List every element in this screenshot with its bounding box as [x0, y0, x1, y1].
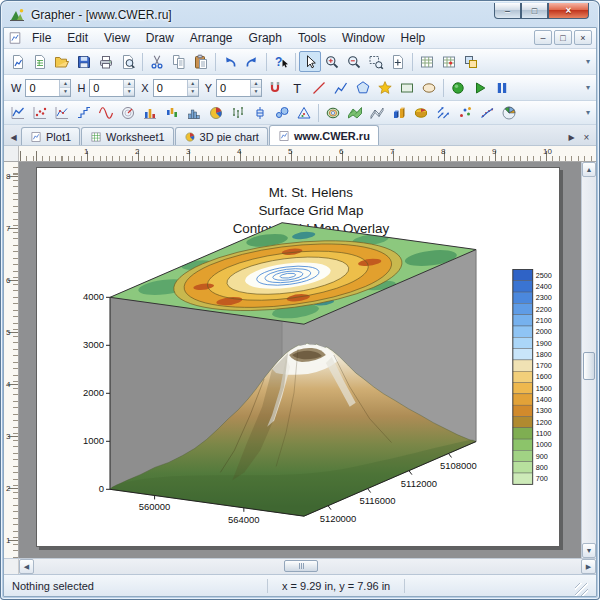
menu-file[interactable]: File [24, 29, 59, 47]
x-position-field[interactable]: 0▲▼ [153, 79, 199, 97]
pointer-button[interactable] [299, 51, 321, 72]
print-button[interactable] [95, 51, 117, 72]
cut-button[interactable] [146, 51, 168, 72]
class-scatter-button[interactable] [454, 102, 476, 123]
fit-curve-button[interactable] [476, 102, 498, 123]
tab-worksheet1[interactable]: Worksheet1 [81, 127, 174, 145]
bar-chart-button[interactable] [139, 102, 161, 123]
line-graph-button[interactable] [7, 102, 29, 123]
polyline-tool-button[interactable] [330, 77, 352, 98]
width-field-spinner[interactable]: ▲▼ [59, 80, 70, 96]
pie-chart-button[interactable] [205, 102, 227, 123]
mdi-close-button[interactable]: × [574, 30, 592, 45]
menu-view[interactable]: View [96, 29, 138, 47]
tab-scroll-left-button[interactable]: ◀ [6, 129, 21, 145]
paste-button[interactable] [190, 51, 212, 72]
resize-grip[interactable] [575, 583, 588, 596]
polygon-tool-button[interactable] [352, 77, 374, 98]
vertical-scrollbar[interactable]: ▲ ▼ [581, 162, 596, 558]
scatter-plot-button[interactable] [29, 102, 51, 123]
horizontal-scrollbar[interactable]: ◀ ▶ [19, 559, 596, 574]
surface-3d-button[interactable] [344, 102, 366, 123]
menu-arrange[interactable]: Arrange [182, 29, 241, 47]
grid-snap-button[interactable] [438, 51, 460, 72]
text-tool-button[interactable]: T [286, 77, 308, 98]
menu-graph[interactable]: Graph [241, 29, 290, 47]
titlebar[interactable]: Grapher - [www.CWER.ru] – □ × [3, 3, 597, 27]
y-position-field-spinner[interactable]: ▲▼ [250, 80, 261, 96]
menu-draw[interactable]: Draw [138, 29, 182, 47]
play-script-button[interactable] [469, 77, 491, 98]
zoom-window-button[interactable] [365, 51, 387, 72]
tab-scroll-right-button[interactable]: ▶ [564, 129, 579, 145]
toolbar-overflow-button[interactable]: ▾ [583, 83, 593, 92]
new-worksheet-button[interactable] [29, 51, 51, 72]
undo-button[interactable] [219, 51, 241, 72]
bubble-plot-button[interactable] [271, 102, 293, 123]
floating-bar-button[interactable] [161, 102, 183, 123]
minimize-button[interactable]: – [494, 3, 521, 19]
wireframe-3d-button[interactable] [366, 102, 388, 123]
menu-tools[interactable]: Tools [290, 29, 334, 47]
save-button[interactable] [73, 51, 95, 72]
mdi-restore-button[interactable]: □ [554, 30, 572, 45]
zoom-out-button[interactable] [343, 51, 365, 72]
maximize-button[interactable]: □ [521, 3, 548, 19]
page[interactable]: Mt. St. HelensSurface Grid MapContour Gr… [36, 167, 560, 547]
objects-manager-button[interactable] [460, 51, 482, 72]
mdi-minimize-button[interactable]: – [534, 30, 552, 45]
tab-close-button[interactable]: × [579, 129, 594, 145]
pie-3d-button[interactable] [410, 102, 432, 123]
open-button[interactable] [51, 51, 73, 72]
zoom-full-page-button[interactable] [387, 51, 409, 72]
print-preview-button[interactable] [117, 51, 139, 72]
vertical-scroll-thumb[interactable] [583, 352, 595, 380]
context-help-button[interactable]: ? [270, 51, 292, 72]
hi-low-plot-button[interactable] [227, 102, 249, 123]
vector-plot-button[interactable] [432, 102, 454, 123]
y-position-field: Y0▲▼ [203, 79, 262, 97]
ellipse-tool-button[interactable] [418, 77, 440, 98]
polar-plot-button[interactable] [117, 102, 139, 123]
width-field[interactable]: 0▲▼ [25, 79, 71, 97]
toolbar-overflow-button[interactable]: ▾ [583, 57, 593, 66]
line-scatter-button[interactable] [51, 102, 73, 123]
tab-www-cwer-ru[interactable]: www.CWER.ru [269, 125, 379, 145]
zoom-in-button[interactable] [321, 51, 343, 72]
close-button[interactable]: × [548, 3, 589, 19]
function-plot-button[interactable] [95, 102, 117, 123]
rose-diagram-button[interactable] [498, 102, 520, 123]
scroll-left-button[interactable]: ◀ [19, 559, 34, 574]
histogram-button[interactable] [183, 102, 205, 123]
menu-edit[interactable]: Edit [59, 29, 96, 47]
contour-map-button[interactable] [322, 102, 344, 123]
redo-button[interactable] [241, 51, 263, 72]
copy-button[interactable] [168, 51, 190, 72]
step-plot-button[interactable] [73, 102, 95, 123]
y-position-field[interactable]: 0▲▼ [216, 79, 262, 97]
drawing-canvas[interactable]: Mt. St. HelensSurface Grid MapContour Gr… [19, 162, 581, 558]
tab-3d-pie-chart[interactable]: 3D pie chart [175, 127, 268, 145]
scroll-down-button[interactable]: ▼ [582, 543, 596, 558]
scroll-up-button[interactable]: ▲ [582, 162, 596, 177]
height-field[interactable]: 0▲▼ [89, 79, 135, 97]
pause-script-button[interactable] [491, 77, 513, 98]
new-plot-button[interactable] [7, 51, 29, 72]
menu-help[interactable]: Help [393, 29, 434, 47]
scroll-right-button[interactable]: ▶ [581, 559, 596, 574]
horizontal-scroll-thumb[interactable] [284, 560, 318, 572]
toolbar-overflow-button[interactable]: ▾ [583, 108, 593, 117]
ternary-plot-button[interactable] [293, 102, 315, 123]
grid-table-button[interactable] [416, 51, 438, 72]
symbol-tool-button[interactable] [374, 77, 396, 98]
height-field-spinner[interactable]: ▲▼ [123, 80, 134, 96]
box-whisker-button[interactable] [249, 102, 271, 123]
snap-magnet-button[interactable] [264, 77, 286, 98]
x-position-field-spinner[interactable]: ▲▼ [187, 80, 198, 96]
rectangle-tool-button[interactable] [396, 77, 418, 98]
tab-plot1[interactable]: Plot1 [21, 127, 80, 145]
bar-3d-button[interactable] [388, 102, 410, 123]
menu-window[interactable]: Window [334, 29, 393, 47]
start-recording-button[interactable] [447, 77, 469, 98]
line-tool-button[interactable] [308, 77, 330, 98]
